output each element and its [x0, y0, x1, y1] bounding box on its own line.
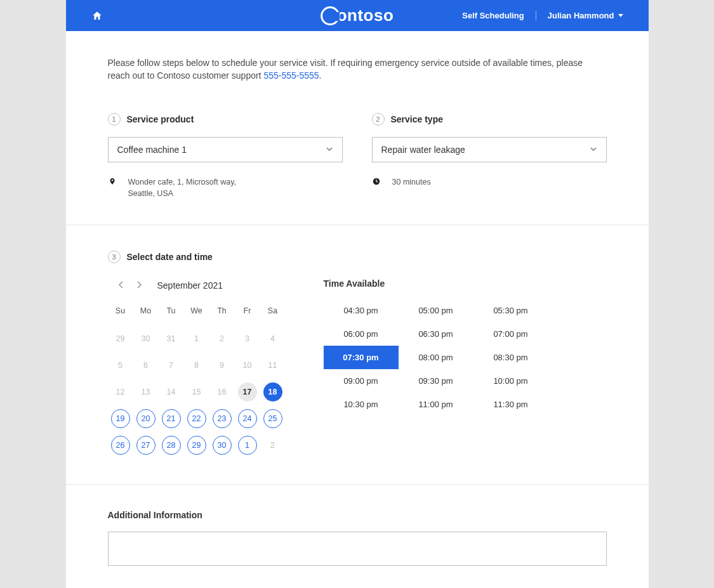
additional-info-section: Additional Information — [108, 510, 607, 568]
intro-part-a: Please follow steps below to schedule yo… — [108, 58, 583, 81]
next-month-button[interactable] — [135, 277, 143, 294]
calendar-day[interactable]: 26 — [111, 436, 130, 455]
location-meta: Wonder cafe, 1, Microsoft way, Seattle, … — [108, 176, 343, 199]
calendar-day[interactable]: 19 — [111, 409, 130, 428]
support-phone-link[interactable]: 555-555-5555 — [263, 70, 319, 81]
calendar-day: 14 — [167, 379, 176, 405]
calendar-weekday: Fr — [235, 301, 260, 325]
calendar-day: 6 — [143, 352, 148, 379]
calendar-day[interactable]: 27 — [136, 436, 155, 455]
calendar-day: 1 — [194, 325, 199, 352]
step-2-title: Service type — [391, 114, 444, 124]
calendar: September 2021 SuMoTuWeThFrSa29303112345… — [108, 277, 286, 459]
chevron-down-icon — [326, 145, 333, 155]
prev-month-button[interactable] — [117, 277, 126, 294]
time-slot[interactable]: 05:30 pm — [473, 299, 548, 322]
service-type-value: Repair water leakage — [381, 145, 465, 155]
clock-icon — [372, 176, 381, 188]
step-3-title: Select date and time — [127, 252, 213, 262]
time-slot[interactable]: 04:30 pm — [324, 299, 399, 322]
calendar-day[interactable]: 28 — [162, 436, 181, 455]
time-slot[interactable]: 11:30 pm — [473, 393, 548, 416]
calendar-day: 10 — [243, 352, 252, 379]
calendar-day[interactable]: 18 — [263, 382, 282, 402]
step-2-head: 2 Service type — [372, 113, 607, 126]
time-grid: 04:30 pm05:00 pm05:30 pm06:00 pm06:30 pm… — [324, 299, 607, 416]
calendar-day[interactable]: 25 — [263, 409, 282, 428]
time-available-title: Time Available — [324, 278, 607, 289]
step-2: 2 Service type Repair water leakage 30 m… — [372, 113, 607, 199]
calendar-day[interactable]: 21 — [162, 409, 181, 428]
calendar-day[interactable]: 23 — [213, 409, 232, 428]
caret-down-icon — [618, 14, 623, 17]
calendar-day: 15 — [192, 379, 201, 405]
calendar-day: 8 — [194, 352, 199, 379]
calendar-day: 2 — [220, 325, 224, 352]
header-bar: ontoso Self Scheduling Julian Hammond — [66, 0, 649, 31]
calendar-day: 9 — [220, 352, 224, 379]
calendar-weekday: Sa — [260, 301, 286, 325]
time-slot[interactable]: 10:00 pm — [473, 369, 548, 393]
calendar-day: 30 — [142, 325, 150, 352]
brand-logo: ontoso — [321, 6, 394, 25]
time-slot[interactable]: 06:30 pm — [399, 322, 473, 346]
time-slot[interactable]: 11:00 pm — [399, 393, 473, 416]
calendar-day: 4 — [270, 325, 275, 352]
calendar-weekday: Th — [209, 301, 235, 325]
calendar-day: 5 — [118, 352, 122, 379]
calendar-day: 2 — [270, 432, 275, 459]
calendar-day[interactable]: 22 — [187, 409, 206, 428]
user-name: Julian Hammond — [548, 11, 614, 20]
time-slot[interactable]: 09:30 pm — [399, 369, 473, 393]
divider — [66, 484, 649, 485]
time-slot[interactable]: 10:30 pm — [324, 393, 399, 416]
calendar-day: 12 — [116, 379, 125, 405]
date-time-row: September 2021 SuMoTuWeThFrSa29303112345… — [108, 277, 607, 459]
chevron-down-icon — [590, 145, 597, 155]
brand-text: ontoso — [337, 6, 394, 25]
additional-info-input[interactable] — [108, 532, 607, 566]
calendar-day[interactable]: 24 — [238, 409, 257, 428]
calendar-day[interactable]: 30 — [213, 436, 232, 455]
calendar-day: 31 — [167, 325, 176, 352]
calendar-day[interactable]: 29 — [187, 436, 206, 455]
calendar-day[interactable]: 1 — [238, 436, 257, 455]
time-slot[interactable]: 08:00 pm — [399, 346, 473, 369]
step-2-num: 2 — [372, 113, 385, 126]
intro-part-b: . — [319, 70, 322, 81]
time-slot[interactable]: 09:00 pm — [324, 369, 399, 393]
divider — [66, 225, 649, 225]
step-1-num: 1 — [108, 113, 121, 126]
page: ontoso Self Scheduling Julian Hammond Pl… — [66, 0, 649, 588]
step-3-num: 3 — [108, 251, 121, 263]
user-menu[interactable]: Julian Hammond — [536, 11, 623, 20]
calendar-day[interactable]: 17 — [238, 382, 257, 402]
service-product-value: Coffee machine 1 — [117, 145, 187, 155]
calendar-day: 11 — [268, 352, 277, 379]
home-icon[interactable] — [91, 10, 103, 22]
service-type-select[interactable]: Repair water leakage — [372, 137, 607, 162]
location-line-2: Seattle, USA — [128, 188, 236, 199]
step-3-head: 3 Select date and time — [108, 251, 607, 263]
location-pin-icon — [108, 176, 117, 199]
step-1-head: 1 Service product — [108, 113, 343, 126]
calendar-day: 29 — [116, 325, 125, 352]
location-text: Wonder cafe, 1, Microsoft way, Seattle, … — [128, 176, 236, 199]
calendar-weekday: Su — [108, 301, 133, 325]
time-slot[interactable]: 08:30 pm — [473, 346, 548, 369]
header-right: Self Scheduling Julian Hammond — [462, 11, 623, 20]
service-product-select[interactable]: Coffee machine 1 — [108, 137, 343, 162]
time-slot[interactable]: 07:00 pm — [473, 322, 548, 346]
calendar-day: 13 — [142, 379, 150, 405]
content: Please follow steps below to schedule yo… — [66, 31, 649, 588]
calendar-day[interactable]: 20 — [136, 409, 155, 428]
calendar-weekday: We — [184, 301, 209, 325]
time-slot[interactable]: 07:30 pm — [324, 346, 399, 369]
time-slot[interactable]: 05:00 pm — [399, 299, 473, 322]
time-available: Time Available 04:30 pm05:00 pm05:30 pm0… — [324, 277, 607, 459]
calendar-weekday: Mo — [133, 301, 159, 325]
calendar-day: 7 — [169, 352, 173, 379]
time-slot[interactable]: 06:00 pm — [324, 322, 399, 346]
calendar-day: 16 — [218, 379, 227, 405]
self-scheduling-link[interactable]: Self Scheduling — [462, 11, 536, 20]
